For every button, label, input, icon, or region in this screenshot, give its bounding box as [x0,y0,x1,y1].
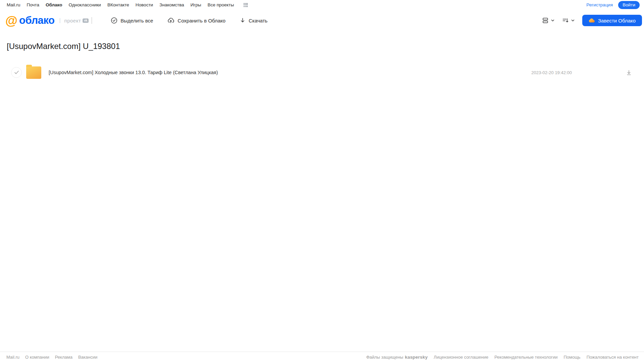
arrow-down-icon [240,17,246,24]
download-tray-icon [626,69,632,76]
vk-badge-icon: vk [83,18,89,23]
login-button[interactable]: Войти [618,1,640,9]
cloud-logo[interactable]: @ облако [5,14,54,27]
logo-separator: | [59,17,60,23]
sort-icon [562,17,569,24]
select-all-label: Выделить все [120,18,153,23]
logo-wordmark: облако [19,14,54,27]
footer-link-vacancies[interactable]: Вакансии [78,355,97,360]
select-all-button[interactable]: Выделить все [111,17,153,24]
kaspersky-logo[interactable]: kaspersky [405,355,428,360]
nav-item-odnoklassniki[interactable]: Одноклассники [68,2,101,7]
check-circle-icon [111,17,117,24]
save-to-cloud-label: Сохранить в Облако [178,18,226,23]
get-cloud-label: Завести Облако [598,18,636,23]
kaspersky-protection: Файлы защищены kaspersky [366,355,428,360]
footer-link-report[interactable]: Пожаловаться на контент [587,355,639,360]
vk-project-label: | проект vk [59,17,89,23]
file-date: 2023-02-20 19:42:00 [531,70,572,75]
toolbar-divider [92,17,92,24]
toolbar: Выделить все Сохранить в Облако Скачать [111,17,267,24]
page-title: [UsupovMarket.com] U_193801 [7,42,120,51]
header-right-controls: Завести Облако [541,15,642,26]
row-checkbox[interactable] [11,67,22,78]
nav-item-mailru[interactable]: Mail.ru [7,2,20,7]
list-view-icon [542,17,549,24]
orange-cloud-icon [589,18,595,23]
nav-item-igry[interactable]: Игры [191,2,201,7]
apps-grid-icon[interactable] [244,3,248,7]
portal-nav-right: Регистрация Войти [586,1,640,9]
file-name[interactable]: [UsupovMarket.com] Холодные звонки 13.0.… [49,70,531,75]
checkmark-icon [14,70,19,74]
sort-control[interactable] [561,15,576,25]
footer-right-links: Файлы защищены kaspersky Лицензионное со… [366,355,639,360]
nav-item-all-projects[interactable]: Все проекты [207,2,234,7]
protected-by-label: Файлы защищены [366,355,403,360]
row-download-button[interactable] [626,69,632,76]
logo-at-icon: @ [5,14,17,27]
download-label: Скачать [249,18,267,23]
nav-item-pochta[interactable]: Почта [27,2,40,7]
project-text: проект [64,18,81,23]
folder-icon[interactable] [26,66,41,79]
footer: Mail.ru О компании Реклама Вакансии Файл… [0,352,644,362]
footer-left-links: Mail.ru О компании Реклама Вакансии [6,355,97,360]
footer-link-license[interactable]: Лицензионное соглашение [434,355,488,360]
chevron-down-icon [551,18,555,22]
cloud-public-page: Mail.ru Почта Облако Одноклассники ВКонт… [0,0,644,362]
portal-nav: Mail.ru Почта Облако Одноклассники ВКонт… [0,0,644,10]
registration-link[interactable]: Регистрация [586,2,613,7]
portal-nav-links: Mail.ru Почта Облако Одноклассники ВКонт… [7,2,248,7]
chevron-down-icon [571,18,575,22]
nav-item-novosti[interactable]: Новости [136,2,153,7]
nav-item-znakomstva[interactable]: Знакомства [159,2,184,7]
footer-link-help[interactable]: Помощь [563,355,580,360]
header: @ облако | проект vk Выделить все [0,10,644,31]
cloud-upload-icon [167,17,175,24]
footer-link-recommendations[interactable]: Рекомендательные технологии [494,355,557,360]
nav-item-vkontakte[interactable]: ВКонтакте [107,2,129,7]
download-button[interactable]: Скачать [240,17,267,24]
file-row[interactable]: [UsupovMarket.com] Холодные звонки 13.0.… [0,64,644,81]
view-mode-control[interactable] [541,15,556,25]
get-cloud-button[interactable]: Завести Облако [582,15,642,26]
save-to-cloud-button[interactable]: Сохранить в Облако [167,17,226,24]
footer-link-ads[interactable]: Реклама [55,355,72,360]
footer-link-company[interactable]: О компании [25,355,49,360]
nav-item-oblako[interactable]: Облако [46,2,62,7]
footer-link-mailru[interactable]: Mail.ru [6,355,19,360]
